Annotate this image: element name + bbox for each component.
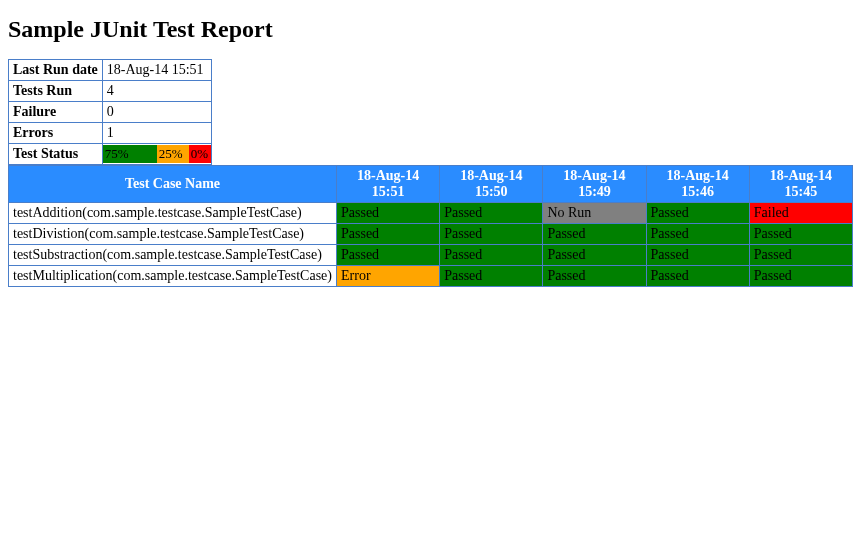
results-table: Test Case Name18-Aug-14 15:5118-Aug-14 1…	[8, 165, 853, 287]
result-cell: Error	[337, 266, 440, 287]
result-cell: Passed	[440, 224, 543, 245]
status-segment: 0%	[189, 145, 211, 163]
result-cell: Passed	[646, 203, 749, 224]
summary-value: 1	[102, 123, 211, 144]
results-header-col: 18-Aug-14 15:50	[440, 166, 543, 203]
results-header-name: Test Case Name	[9, 166, 337, 203]
summary-row: Last Run date18-Aug-14 15:51	[9, 60, 212, 81]
table-row: testAddition(com.sample.testcase.SampleT…	[9, 203, 853, 224]
summary-table: Last Run date18-Aug-14 15:51Tests Run4Fa…	[8, 59, 212, 165]
result-cell: Passed	[646, 224, 749, 245]
summary-label: Tests Run	[9, 81, 103, 102]
result-cell: Passed	[337, 224, 440, 245]
result-cell: Failed	[749, 203, 852, 224]
result-cell: Passed	[543, 266, 646, 287]
result-cell: Passed	[440, 245, 543, 266]
summary-row: Failure0	[9, 102, 212, 123]
results-header-col: 18-Aug-14 15:51	[337, 166, 440, 203]
summary-status-value: 75%25%0%	[102, 144, 211, 165]
summary-label: Failure	[9, 102, 103, 123]
summary-label: Last Run date	[9, 60, 103, 81]
table-row: testDivistion(com.sample.testcase.Sample…	[9, 224, 853, 245]
result-cell: Passed	[749, 224, 852, 245]
summary-row: Errors1	[9, 123, 212, 144]
summary-status-label: Test Status	[9, 144, 103, 165]
testcase-name: testMultiplication(com.sample.testcase.S…	[9, 266, 337, 287]
testcase-name: testSubstraction(com.sample.testcase.Sam…	[9, 245, 337, 266]
results-header-col: 18-Aug-14 15:46	[646, 166, 749, 203]
summary-value: 0	[102, 102, 211, 123]
result-cell: Passed	[749, 266, 852, 287]
summary-row: Tests Run4	[9, 81, 212, 102]
summary-status-row: Test Status75%25%0%	[9, 144, 212, 165]
status-segment: 75%	[103, 145, 157, 163]
page-title: Sample JUnit Test Report	[8, 16, 853, 43]
testcase-name: testDivistion(com.sample.testcase.Sample…	[9, 224, 337, 245]
result-cell: No Run	[543, 203, 646, 224]
summary-value: 18-Aug-14 15:51	[102, 60, 211, 81]
summary-value: 4	[102, 81, 211, 102]
status-bar: 75%25%0%	[103, 145, 211, 163]
table-row: testMultiplication(com.sample.testcase.S…	[9, 266, 853, 287]
result-cell: Passed	[543, 224, 646, 245]
summary-label: Errors	[9, 123, 103, 144]
result-cell: Passed	[337, 245, 440, 266]
status-segment: 25%	[157, 145, 189, 163]
testcase-name: testAddition(com.sample.testcase.SampleT…	[9, 203, 337, 224]
result-cell: Passed	[543, 245, 646, 266]
results-header-col: 18-Aug-14 15:49	[543, 166, 646, 203]
result-cell: Passed	[749, 245, 852, 266]
result-cell: Passed	[646, 266, 749, 287]
result-cell: Passed	[337, 203, 440, 224]
result-cell: Passed	[440, 266, 543, 287]
results-header-col: 18-Aug-14 15:45	[749, 166, 852, 203]
result-cell: Passed	[440, 203, 543, 224]
result-cell: Passed	[646, 245, 749, 266]
table-row: testSubstraction(com.sample.testcase.Sam…	[9, 245, 853, 266]
